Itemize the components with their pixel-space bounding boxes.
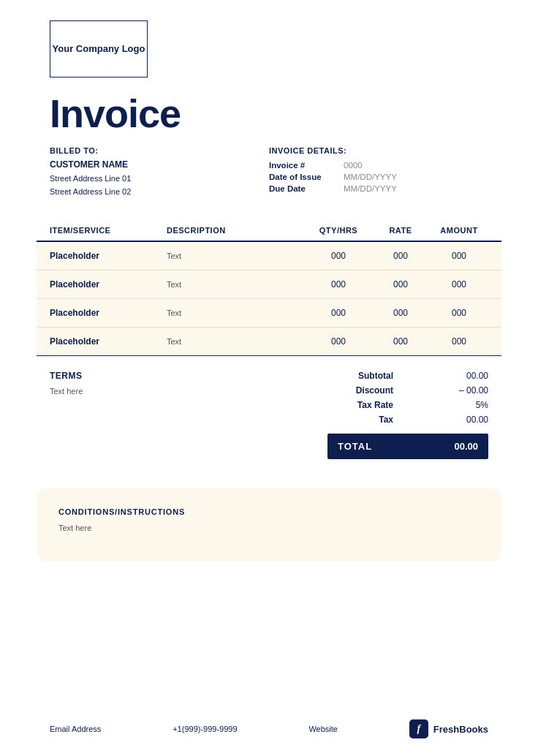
discount-value: – 00.00 — [437, 385, 488, 396]
conditions-label: CONDITIONS/INSTRUCTIONS — [58, 507, 480, 516]
footer-email: Email Address — [50, 725, 101, 733]
tax-label: Tax — [327, 415, 393, 425]
conditions-section: CONDITIONS/INSTRUCTIONS Text here — [37, 488, 501, 562]
freshbooks-brand-name: FreshBooks — [433, 724, 488, 735]
billing-section: BILLED TO: CUSTOMER NAME Street Address … — [0, 133, 538, 198]
invoice-page: Your Company Logo Invoice BILLED TO: CUS… — [0, 0, 538, 756]
date-of-issue-val: MM/DD/YYYY — [344, 173, 397, 181]
tax-rate-row: Tax Rate 5% — [327, 400, 488, 410]
tax-row: Tax 00.00 — [327, 415, 488, 425]
conditions-text: Text here — [58, 523, 480, 532]
subtotal-value: 00.00 — [437, 371, 488, 381]
footer: Email Address +1(999)-999-9999 Website f… — [0, 719, 538, 738]
table-row: Placeholder Text 000 000 000 — [37, 328, 501, 356]
customer-name: CUSTOMER NAME — [50, 159, 269, 170]
footer-website: Website — [308, 725, 338, 733]
discount-label: Discount — [327, 385, 393, 396]
freshbooks-icon: f — [409, 719, 428, 738]
table-row: Placeholder Text 000 000 000 — [37, 271, 501, 299]
terms-block: TERMS Text here — [50, 371, 327, 459]
date-of-issue-row: Date of Issue MM/DD/YYYY — [269, 173, 397, 181]
company-logo: Your Company Logo — [50, 20, 148, 78]
due-date-val: MM/DD/YYYY — [344, 184, 397, 193]
total-value: 00.00 — [454, 441, 478, 452]
address-line2: Street Address Line 02 — [50, 186, 269, 199]
table-header-row: ITEM/SERVICE DESCRIPTION QTY/HRS RATE AM… — [37, 220, 501, 242]
invoice-details-label: INVOICE DETAILS: — [269, 146, 346, 155]
freshbooks-logo: f FreshBooks — [409, 719, 488, 738]
invoice-number-row: Invoice # 0000 — [269, 161, 363, 170]
table-row: Placeholder Text 000 000 000 — [37, 299, 501, 328]
invoice-title-section: Invoice — [0, 78, 538, 133]
invoice-heading: Invoice — [50, 94, 488, 133]
invoice-number-val: 0000 — [344, 161, 363, 170]
tax-rate-value: 5% — [437, 400, 488, 410]
due-date-key: Due Date — [269, 184, 335, 193]
total-final-row: TOTAL 00.00 — [327, 434, 488, 459]
subtotal-label: Subtotal — [327, 371, 393, 381]
total-label: TOTAL — [338, 441, 372, 452]
table-body: Placeholder Text 000 000 000 Placeholder… — [37, 242, 501, 356]
address-line1: Street Address Line 01 — [50, 173, 269, 186]
col-amount: AMOUNT — [430, 226, 488, 235]
header: Your Company Logo — [0, 0, 538, 78]
tax-value: 00.00 — [437, 415, 488, 425]
subtotal-row: Subtotal 00.00 — [327, 371, 488, 381]
col-qty: QTY/HRS — [306, 226, 371, 235]
billed-to-block: BILLED TO: CUSTOMER NAME Street Address … — [50, 146, 269, 198]
terms-label: TERMS — [50, 371, 327, 381]
due-date-row: Due Date MM/DD/YYYY — [269, 184, 397, 193]
terms-text: Text here — [50, 387, 327, 396]
col-item: ITEM/SERVICE — [50, 226, 167, 235]
tax-rate-label: Tax Rate — [327, 400, 393, 410]
col-rate: RATE — [371, 226, 430, 235]
invoice-number-key: Invoice # — [269, 161, 335, 170]
discount-row: Discount – 00.00 — [327, 385, 488, 396]
table-row: Placeholder Text 000 000 000 — [37, 242, 501, 271]
date-of-issue-key: Date of Issue — [269, 173, 335, 181]
col-desc: DESCRIPTION — [167, 226, 306, 235]
billed-to-label: BILLED TO: — [50, 146, 269, 155]
footer-phone: +1(999)-999-9999 — [173, 725, 237, 733]
invoice-details-block: INVOICE DETAILS: Invoice # 0000 Date of … — [269, 146, 488, 198]
totals-section: TERMS Text here Subtotal 00.00 Discount … — [0, 356, 538, 459]
totals-block: Subtotal 00.00 Discount – 00.00 Tax Rate… — [327, 371, 488, 459]
line-items-table: ITEM/SERVICE DESCRIPTION QTY/HRS RATE AM… — [0, 220, 538, 356]
